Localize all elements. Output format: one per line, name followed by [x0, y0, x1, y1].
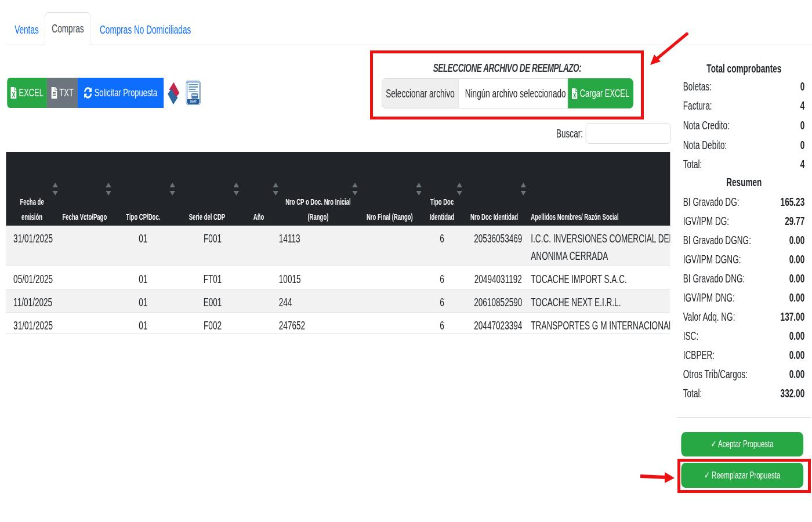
svg-text:SUNAT: SUNAT: [190, 100, 197, 104]
